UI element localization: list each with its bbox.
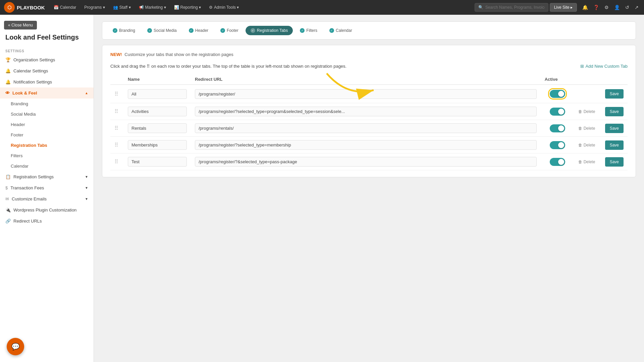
main-content: ✓ Branding ✓ Social Media ✓ Header ✓ Foo… [94,15,644,362]
check-icon-4: ✓ [220,28,225,33]
delete-button[interactable]: 🗑 Delete [578,143,595,147]
sidebar-item-calendar-settings[interactable]: 🔔 Calendar Settings [0,65,94,76]
admin-tools-icon: ⚙ [209,5,213,10]
sidebar-sub-footer[interactable]: Footer [0,130,94,140]
nav-marketing[interactable]: 📢 Marketing ▾ [136,3,169,12]
trash-icon: 🗑 [578,143,582,147]
nav-reporting[interactable]: 📊 Reporting ▾ [171,3,204,12]
nav-staff[interactable]: 👥 Staff ▾ [110,3,134,12]
tab-name-input[interactable] [128,89,187,99]
nav-icon-group: 🔔 ❓ ⚙ 👤 ↺ ↗ [581,3,640,11]
sidebar: « Close Menu Look and Feel Settings SETT… [0,15,94,362]
chat-support-button[interactable]: 💬 [7,338,24,355]
sidebar-item-redirect-urls[interactable]: 🔗 Redirect URLs [0,216,94,227]
logo-text: PLAYBOOK [17,5,45,10]
drag-handle-icon[interactable]: ⠿ [114,142,118,148]
logo[interactable]: ⬡ PLAYBOOK [4,2,45,13]
check-icon-2: ✓ [147,28,152,33]
tab-footer[interactable]: ✓ Footer [215,26,244,35]
save-button[interactable]: Save [605,107,624,116]
tab-header[interactable]: ✓ Header [184,26,213,35]
sidebar-item-registration-settings[interactable]: 📋 Registration Settings ▼ [0,171,94,182]
nav-admin-tools[interactable]: ⚙ Admin Tools ▾ [206,3,242,12]
save-button[interactable]: Save [605,157,624,167]
drag-handle-icon[interactable]: ⠿ [114,125,118,131]
logo-icon: ⬡ [4,2,15,13]
tab-social-media[interactable]: ✓ Social Media [142,26,182,35]
col-header-active: Active [541,74,574,85]
sidebar-sub-registration-tabs[interactable]: Registration Tabs [0,140,94,150]
external-icon[interactable]: ↗ [633,3,640,11]
search-input[interactable] [485,5,545,10]
help-icon[interactable]: ❓ [592,3,600,11]
delete-button[interactable]: 🗑 Delete [578,160,595,164]
active-toggle[interactable] [550,158,565,166]
sidebar-item-transaction-fees[interactable]: $ Transaction Fees ▼ [0,182,94,193]
drag-handle-icon[interactable]: ⠿ [114,159,118,165]
active-toggle[interactable] [550,108,565,116]
megaphone-icon: 📢 [139,5,144,10]
sidebar-sub-header[interactable]: Header [0,119,94,130]
active-toggle[interactable] [550,141,565,149]
sidebar-item-organization-settings[interactable]: 🏆 Organization Settings [0,54,94,65]
check-icon-6: ✓ [300,28,305,33]
plus-icon: ⊞ [580,64,584,69]
drag-handle-icon[interactable]: ⠿ [114,109,118,114]
staff-icon: 👥 [113,5,118,10]
active-toggle[interactable] [550,90,565,98]
tab-filters[interactable]: ✓ Filters [295,26,322,35]
save-button[interactable]: Save [605,89,624,99]
chevron-down-icon-2: ▼ [85,186,88,190]
refresh-icon[interactable]: ↺ [624,3,631,11]
active-toggle[interactable] [550,124,565,132]
sidebar-sub-calendar[interactable]: Calendar [0,161,94,171]
col-header-url: Redirect URL [191,74,541,85]
chat-icon: 💬 [11,343,20,351]
search-bar[interactable]: 🔍 [475,3,548,12]
table-row: ⠿ 🗑 Delete Save [110,103,628,120]
tab-calendar[interactable]: ✓ Calendar [324,26,357,35]
tab-name-input[interactable] [128,107,187,116]
tab-registration-tabs[interactable]: ✓ Registration Tabs [246,26,293,35]
settings-icon[interactable]: ⚙ [603,3,610,11]
trophy-icon: 🏆 [5,57,11,62]
live-site-button[interactable]: Live Site ▸ [550,3,577,12]
delete-button[interactable]: 🗑 Delete [578,109,595,114]
save-button[interactable]: Save [605,124,624,133]
tab-url-input[interactable] [195,157,537,167]
nav-calendar[interactable]: 📅 Calendar [50,3,80,12]
delete-button[interactable]: 🗑 Delete [578,126,595,131]
tab-name-input[interactable] [128,157,187,167]
tab-branding[interactable]: ✓ Branding [108,26,140,35]
close-menu-button[interactable]: « Close Menu [4,21,37,29]
registration-tabs-table: Name Redirect URL Active ⠿ [110,74,628,170]
tab-url-input[interactable] [195,107,537,116]
table-row: ⠿ 🗑 Delete Save [110,154,628,170]
sidebar-item-look-feel[interactable]: 👁 Look & Feel ▲ [0,87,94,99]
tab-url-input[interactable] [195,89,537,99]
col-header-name: Name [124,74,191,85]
sidebar-item-customize-emails[interactable]: ✉ Customize Emails ▼ [0,193,94,204]
sidebar-item-notification-settings[interactable]: 🔔 Notification Settings [0,76,94,87]
tab-url-input[interactable] [195,123,537,133]
add-custom-tab-button[interactable]: ⊞ Add New Custom Tab [580,64,628,69]
trash-icon: 🗑 [578,109,582,114]
page-title: Look and Feel Settings [0,34,94,47]
user-icon[interactable]: 👤 [613,3,621,11]
nav-programs[interactable]: Programs ▾ [81,3,108,12]
dollar-icon: $ [5,185,8,190]
table-row: ⠿ 🗑 Delete Save [110,137,628,154]
sidebar-sub-branding[interactable]: Branding [0,99,94,109]
clipboard-icon: 📋 [5,174,11,179]
drag-handle-icon[interactable]: ⠿ [114,91,118,97]
sidebar-item-wordpress-plugin[interactable]: 🔌 Wordpress Plugin Customization [0,204,94,216]
sidebar-sub-filters[interactable]: Filters [0,150,94,161]
save-button[interactable]: Save [605,140,624,150]
tab-url-input[interactable] [195,140,537,150]
bell-icon: 🔔 [5,68,11,73]
notifications-icon[interactable]: 🔔 [581,3,589,11]
sidebar-sub-social-media[interactable]: Social Media [0,109,94,119]
tab-name-input[interactable] [128,140,187,150]
tab-name-input[interactable] [128,123,187,133]
link-icon: 🔗 [5,219,11,224]
